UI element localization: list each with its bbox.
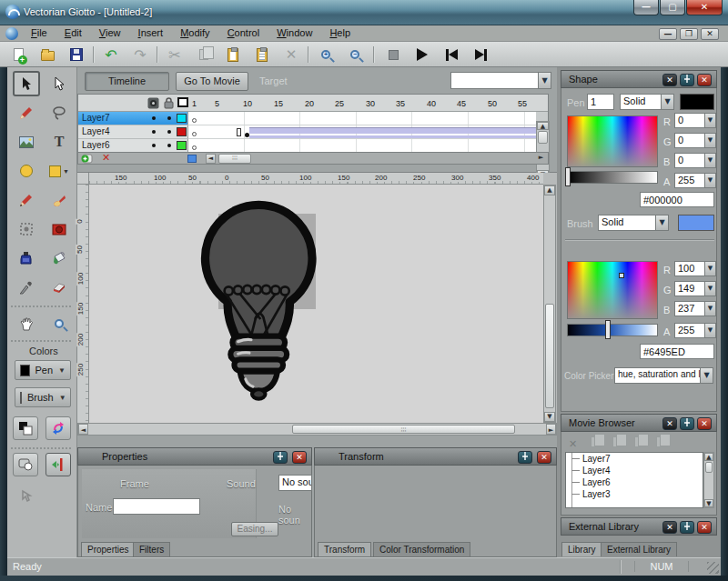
snap-to-objects-button[interactable] (46, 453, 71, 476)
scroll-up-arrow[interactable]: ▲ (704, 453, 713, 461)
maximize-button[interactable]: ▢ (660, 0, 685, 15)
timeline-vertical-scrollbar[interactable]: ▲ ▼ (536, 121, 550, 179)
copy-item-icon[interactable] (591, 436, 602, 447)
object-drawing-button[interactable] (13, 453, 38, 476)
scroll-right-arrow[interactable]: ► (546, 424, 556, 435)
tab-external-library[interactable]: External Library (601, 542, 677, 556)
outline-layers-icon[interactable] (177, 97, 188, 107)
lasso-tool[interactable] (46, 100, 73, 125)
scroll-up-arrow[interactable]: ▲ (537, 122, 549, 130)
brush-r-spinner-arrow[interactable]: ▼ (704, 261, 716, 276)
undo-button[interactable]: ↶ (100, 45, 122, 65)
scroll-up-arrow[interactable]: ▲ (544, 185, 555, 195)
text-tool[interactable]: T (46, 129, 73, 155)
close-icon[interactable]: ✕ (697, 521, 712, 534)
easing-button[interactable]: Easing... (231, 522, 278, 536)
scrollbar-thumb[interactable]: ⁞⁞⁞ (292, 425, 515, 434)
layer-frames[interactable] (187, 125, 536, 139)
layer-visible-dot[interactable] (152, 144, 156, 147)
brush-b-spinner[interactable]: 237 (674, 301, 705, 316)
timeline-scroll-thumb[interactable]: ⁞⁞⁞ (218, 154, 251, 164)
hide-icon[interactable]: ✕ (662, 417, 677, 430)
layer-row[interactable]: Layer7 (78, 112, 548, 125)
movie-browser-list[interactable]: Layer7 Layer4 Layer6 Layer3 (565, 452, 703, 508)
pin-icon[interactable] (680, 521, 694, 534)
pen-color-button[interactable]: Pen ▼ (15, 360, 71, 380)
menu-control[interactable]: Control (220, 25, 267, 41)
mdi-minimize-button[interactable]: — (659, 28, 677, 40)
sound-dropdown[interactable]: No sou (278, 475, 312, 491)
mdi-close-button[interactable]: ✕ (701, 28, 719, 40)
scrollbar-thumb[interactable] (705, 462, 713, 473)
tab-filters[interactable]: Filters (133, 542, 170, 556)
movie-browser-scrollbar[interactable]: ▲ ▼ (703, 452, 714, 508)
brush-slider-thumb[interactable] (605, 320, 611, 339)
scroll-right-arrow[interactable]: ► (536, 154, 546, 164)
tab-library[interactable]: Library (561, 542, 602, 556)
close-icon[interactable]: ✕ (697, 74, 712, 86)
pin-icon[interactable] (680, 417, 694, 430)
external-library-titlebar[interactable]: External Library ✕ ✕ (561, 517, 717, 536)
paste-button[interactable] (222, 45, 244, 65)
menu-modify[interactable]: Modify (173, 25, 217, 41)
layer-row[interactable]: Layer6 (78, 139, 548, 153)
cut-button[interactable]: ✂ (164, 45, 186, 65)
tab-properties[interactable]: Properties (81, 542, 136, 556)
pen-a-spinner[interactable]: 255 (674, 173, 705, 188)
duplicate-item-icon[interactable] (612, 436, 624, 447)
timeline-tab-button[interactable]: Timeline (85, 72, 169, 91)
pen-slider-thumb[interactable] (565, 167, 571, 186)
pen-width-input[interactable] (587, 94, 614, 110)
color-picker-chevron[interactable]: ▼ (700, 367, 713, 384)
layer-visible-dot[interactable] (152, 116, 156, 120)
zoom-in-button[interactable]: + (315, 45, 337, 65)
subselection-tool[interactable] (46, 71, 73, 96)
close-icon[interactable]: ✕ (292, 451, 307, 464)
properties-panel-titlebar[interactable]: Properties ✕ (77, 447, 312, 466)
pen-b-spinner-arrow[interactable]: ▼ (704, 153, 716, 168)
brush-color-button[interactable]: Brush ▼ (15, 387, 71, 407)
layer-name[interactable]: Layer6 (78, 139, 187, 153)
center-frame-button[interactable] (187, 155, 197, 163)
save-button[interactable] (66, 45, 87, 65)
show-hide-layers-icon[interactable] (147, 97, 159, 109)
menu-view[interactable]: View (92, 25, 128, 41)
pen-b-spinner[interactable]: 0 (674, 153, 705, 168)
brush-value-slider[interactable] (567, 324, 658, 336)
menu-window[interactable]: Window (269, 25, 319, 41)
layer-name[interactable]: Layer7 (78, 112, 187, 125)
delete-layer-button[interactable]: ✕ (102, 152, 110, 165)
paint-bucket-tool[interactable] (46, 245, 73, 271)
hide-icon[interactable]: ✕ (662, 74, 677, 86)
light-bulb-drawing[interactable] (191, 197, 341, 411)
layer-frames[interactable] (187, 139, 536, 153)
move-up-icon[interactable] (634, 436, 646, 447)
menu-file[interactable]: File (24, 25, 55, 41)
pin-icon[interactable] (518, 451, 532, 464)
list-item[interactable]: Layer7 (566, 453, 703, 465)
hand-tool[interactable] (13, 311, 40, 336)
scroll-left-arrow[interactable]: ◄ (78, 424, 88, 435)
layer-color-swatch[interactable] (177, 141, 187, 150)
stop-button[interactable] (382, 45, 404, 65)
fill-transform-tool[interactable] (46, 216, 73, 242)
brush-g-spinner-arrow[interactable]: ▼ (704, 281, 716, 296)
paste-special-button[interactable] (251, 45, 273, 65)
pen-r-spinner-arrow[interactable]: ▼ (704, 113, 716, 128)
pen-rainbow-picker[interactable] (567, 115, 658, 167)
pen-g-spinner[interactable]: 0 (674, 133, 705, 148)
menu-edit[interactable]: Edit (57, 25, 89, 41)
list-item[interactable]: Layer6 (566, 476, 703, 488)
hide-icon[interactable]: ✕ (662, 521, 677, 534)
close-button[interactable]: ✕ (686, 0, 723, 15)
layer-visible-dot[interactable] (152, 130, 156, 134)
delete-button[interactable]: ✕ (280, 45, 302, 65)
move-down-icon[interactable] (656, 436, 668, 447)
go-to-movie-button[interactable]: Go To Movie (176, 72, 248, 91)
brush-style-chevron[interactable]: ▼ (655, 215, 669, 231)
brush-r-spinner[interactable]: 100 (674, 261, 705, 276)
mdi-restore-button[interactable]: ❐ (680, 28, 698, 40)
target-dropdown[interactable] (450, 72, 539, 89)
zoom-out-button[interactable]: − (344, 45, 366, 65)
selection-tool[interactable] (13, 71, 40, 96)
